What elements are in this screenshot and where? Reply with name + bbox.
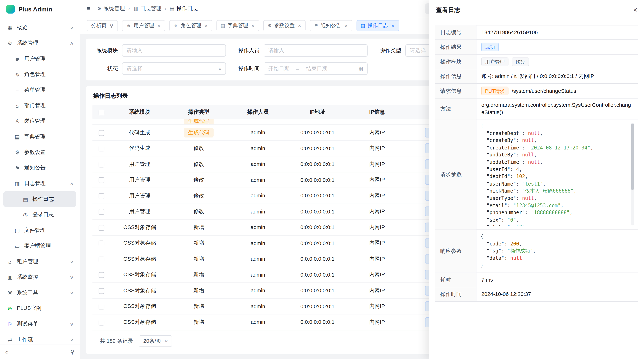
pin-icon[interactable]: ⚲	[110, 23, 113, 28]
sidebar-item-plus-site[interactable]: ⊕ PLUS官网	[3, 301, 76, 316]
breadcrumb-item-system-manage[interactable]: ⚙ 系统管理	[97, 5, 125, 12]
page-size-select[interactable]: 20条/页 ∨	[139, 335, 172, 347]
tab-notice[interactable]: ⚑ 通知公告 ×	[310, 20, 352, 31]
row-checkbox[interactable]	[98, 272, 104, 278]
sidebar-item-login-log[interactable]: ◷ 登录日志	[3, 207, 76, 222]
close-icon[interactable]: ×	[633, 6, 638, 13]
sidebar-item-post-manage[interactable]: ♙ 岗位管理	[3, 113, 76, 129]
close-icon[interactable]: ×	[158, 22, 160, 28]
pin-icon[interactable]: ⚲	[70, 349, 74, 355]
cell-operator: admin	[229, 161, 287, 167]
sidebar-item-role-manage[interactable]: ☺ 角色管理	[3, 66, 76, 82]
notice-icon: ⚑	[314, 23, 318, 28]
close-icon[interactable]: ×	[392, 22, 394, 28]
row-checkbox[interactable]	[98, 209, 104, 215]
tab-dict-manage[interactable]: ▤ 字典管理 ×	[216, 20, 259, 31]
param-setting-icon: ⚙	[268, 23, 272, 28]
cell-operator: admin	[229, 193, 287, 199]
cell-ip-address: 0:0:0:0:0:0:0:1	[287, 129, 348, 135]
breadcrumb-item-log-manage[interactable]: ▥ 日志管理	[133, 5, 161, 12]
sidebar-item-dict-manage[interactable]: ▤ 字典管理	[3, 129, 76, 144]
close-icon[interactable]: ×	[298, 22, 301, 28]
date-range-picker[interactable]: 开始日期 → 结束日期 ▦	[264, 62, 368, 75]
close-icon[interactable]: ×	[204, 22, 208, 28]
detail-row-method: 方法 org.dromara.system.controller.system.…	[436, 98, 638, 119]
sidebar-item-log-manage[interactable]: ▥ 日志管理 ∧	[3, 176, 76, 191]
sidebar-item-test-menu[interactable]: ⚐ 测试菜单 ∨	[3, 316, 76, 332]
app-root: Plus Admin ▦ 概览 ∨ ⚙ 系统管理 ∧ ☻ 用户管理 ☺ 角色管理	[0, 0, 644, 359]
row-checkbox[interactable]	[98, 225, 104, 230]
sidebar-item-monitor[interactable]: ▣ 系统监控 ∨	[3, 269, 76, 285]
tab-role-manage[interactable]: ☺ 角色管理 ×	[169, 20, 212, 31]
sidebar-item-param-setting[interactable]: ⚙ 参数设置	[3, 144, 76, 160]
app-logo[interactable]: Plus Admin	[0, 0, 80, 18]
row-checkbox[interactable]	[98, 193, 104, 199]
sidebar-item-tools[interactable]: ⚒ 系统工具 ∨	[3, 285, 76, 300]
tab-param-setting[interactable]: ⚙ 参数设置 ×	[263, 20, 306, 31]
sidebar-item-client-manage[interactable]: ▭ 客户端管理	[3, 238, 76, 254]
sidebar-item-workflow[interactable]: ⇄ 工作流 ∨	[3, 332, 76, 344]
cell-ip-info: 内网IP	[348, 255, 406, 263]
cell-system-module: OSS对象存储	[110, 239, 169, 247]
sidebar-item-user-manage[interactable]: ☻ 用户管理	[3, 51, 76, 66]
row-checkbox[interactable]	[98, 320, 104, 325]
detail-row-resp-params: 响应参数 { "code": 200, "msg": "操作成功", "data…	[436, 230, 638, 273]
role-manage-icon: ☺	[14, 71, 20, 77]
tab-analysis[interactable]: 分析页 ⚲	[86, 20, 118, 31]
sidebar-item-oper-log[interactable]: ▤ 操作日志	[3, 191, 76, 207]
sidebar-item-notice[interactable]: ⚑ 通知公告	[3, 160, 76, 176]
scrollbar-thumb[interactable]	[631, 124, 634, 190]
cell-system-module: OSS对象存储	[110, 255, 169, 263]
sidebar-item-file-manage[interactable]: ▢ 文件管理	[3, 222, 76, 238]
collapse-icon[interactable]: «	[5, 349, 8, 355]
detail-row-cost: 耗时 7 ms	[436, 273, 638, 287]
status-select[interactable]: 请选择 ∨	[122, 62, 226, 75]
cell-operator: admin	[229, 288, 287, 294]
cell-oper-type: 新增	[189, 270, 208, 280]
system-module-input[interactable]: 请输入	[122, 44, 226, 57]
row-checkbox[interactable]	[98, 288, 104, 294]
detail-row-request: 请求信息 PUT请求 /system/user/changeStatus	[436, 84, 638, 98]
cell-operator: admin	[229, 256, 287, 262]
sidebar-item-dept-manage[interactable]: ⌂ 部门管理	[3, 98, 76, 113]
sidebar-item-menu-manage[interactable]: ≡ 菜单管理	[3, 82, 76, 98]
cell-ip-address: 0:0:0:0:0:0:0:1	[287, 177, 348, 183]
system-manage-icon: ⚙	[97, 5, 102, 11]
row-checkbox[interactable]	[98, 304, 104, 310]
sidebar-item-overview[interactable]: ▦ 概览 ∨	[3, 20, 76, 35]
http-method-badge: PUT请求	[482, 86, 508, 95]
operator-input[interactable]: 请输入	[264, 44, 368, 57]
col-oper-type: 操作类型	[169, 108, 229, 116]
cell-ip-info: 内网IP	[348, 287, 406, 294]
sidebar-item-tenant-manage[interactable]: ⌂ 租户管理 ∨	[3, 254, 76, 269]
sidebar-item-system-manage[interactable]: ⚙ 系统管理 ∧	[3, 35, 76, 51]
col-ip-address: IP地址	[287, 108, 348, 116]
breadcrumb-item-oper-log[interactable]: ▤ 操作日志	[170, 5, 198, 12]
filter-operator: 操作人员 请输入	[235, 44, 368, 57]
filter-status: 状态 请选择 ∨	[93, 62, 226, 75]
drawer-body: 日志编号 1842781986426159106 操作结果 成功 操作模块 用户…	[429, 20, 644, 359]
select-all-checkbox[interactable]	[98, 110, 104, 115]
row-checkbox[interactable]	[98, 177, 104, 183]
hamburger-icon[interactable]: ≡	[86, 5, 90, 12]
row-checkbox[interactable]	[98, 241, 104, 246]
tenant-manage-icon: ⌂	[6, 258, 13, 264]
menu-manage-icon: ≡	[14, 87, 20, 93]
row-checkbox[interactable]	[98, 162, 104, 167]
tab-oper-log[interactable]: ▤ 操作日志 ×	[356, 20, 399, 31]
tools-icon: ⚒	[6, 290, 13, 296]
col-system-module: 系统模块	[110, 108, 169, 116]
row-checkbox[interactable]	[98, 256, 104, 262]
col-operator: 操作人员	[229, 108, 287, 116]
row-checkbox[interactable]	[98, 146, 104, 151]
close-icon[interactable]: ×	[344, 22, 348, 28]
detail-row-log-id: 日志编号 1842781986426159106	[436, 25, 638, 40]
cell-ip-info: 内网IP	[348, 192, 406, 199]
close-icon[interactable]: ×	[251, 22, 254, 28]
drawer-title: 查看日志	[436, 6, 460, 14]
role-manage-icon: ☺	[174, 23, 178, 28]
cell-ip-address: 0:0:0:0:0:0:0:1	[287, 240, 348, 246]
row-checkbox[interactable]	[98, 130, 104, 136]
monitor-icon: ▣	[6, 274, 13, 280]
tab-user-manage[interactable]: ☻ 用户管理 ×	[122, 20, 165, 31]
